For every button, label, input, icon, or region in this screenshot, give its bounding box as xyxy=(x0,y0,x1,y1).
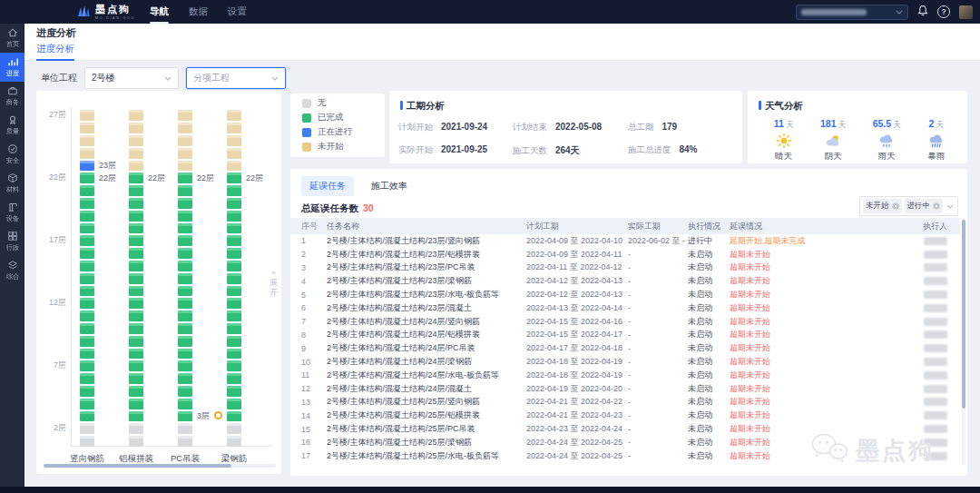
floor-block-not_started xyxy=(227,135,241,146)
tab-progress-analysis[interactable]: 进度分析 xyxy=(36,43,74,61)
sidebar-item-行政[interactable]: 行政 xyxy=(0,227,24,256)
table-row[interactable]: 152号楼/主体结构/混凝土结构/25层/PC吊装2022-04-23 至 20… xyxy=(290,422,960,436)
delay-status: 超期未开始 xyxy=(730,409,871,421)
y-axis-tick: 27层 xyxy=(36,109,66,120)
sidebar-item-商务[interactable]: 商务 xyxy=(0,82,24,111)
close-icon[interactable] xyxy=(933,202,940,210)
status: 未启动 xyxy=(688,249,730,261)
chevron-down-icon xyxy=(271,76,279,81)
floor-block-done xyxy=(80,248,94,259)
legend-item-无: 无 xyxy=(302,98,385,108)
legend-item-正在进行: 正在进行 xyxy=(302,127,385,137)
table-row[interactable]: 172号楼/主体结构/混凝土结构/25层/水电-板负筋等2022-04-24 至… xyxy=(290,449,960,463)
floor-block-done xyxy=(227,248,241,259)
tasks-tab-施工效率[interactable]: 施工效率 xyxy=(363,176,416,196)
avatar[interactable] xyxy=(959,5,973,19)
floor-block-done xyxy=(178,349,192,360)
app-logo[interactable]: 墨点狗 MO DIAN GOU xyxy=(77,4,135,20)
status: 未启动 xyxy=(688,437,730,449)
floor-label: 22层 xyxy=(197,173,214,183)
table-row[interactable]: 42号楼/主体结构/混凝土结构/23层/梁钢筋2022-04-12 至 2022… xyxy=(290,274,960,288)
chart-bar-竖向钢筋[interactable] xyxy=(80,110,94,447)
task-name: 2号楼/主体结构/混凝土结构/24层/竖向钢筋 xyxy=(327,316,526,328)
delay-status: 超期未开始 xyxy=(730,383,871,395)
executor-redacted xyxy=(924,385,947,393)
sidebar-item-材料[interactable]: 材料 xyxy=(0,169,24,198)
help-icon[interactable]: ? xyxy=(937,5,950,18)
chevron-down-icon xyxy=(946,204,954,209)
chart-bar-梁钢筋[interactable] xyxy=(227,110,241,447)
nav-item-导航[interactable]: 导航 xyxy=(148,0,171,24)
floor-block-done xyxy=(178,248,192,259)
sidebar-item-质量[interactable]: 质量 xyxy=(0,111,24,140)
table-vscrollbar-thumb[interactable] xyxy=(962,220,965,409)
sidebar-item-综合[interactable]: 综合 xyxy=(0,256,24,285)
executor-redacted xyxy=(924,291,947,299)
table-row[interactable]: 132号楼/主体结构/混凝土结构/25层/竖向钢筋2022-04-21 至 20… xyxy=(290,396,960,409)
actual-dates: - xyxy=(628,438,688,447)
floor-block-done xyxy=(80,411,94,422)
sidebar-item-进度[interactable]: 进度 xyxy=(0,53,24,82)
table-row[interactable]: 12号楼/主体结构/混凝土结构/23层/竖向钢筋2022-04-09 至 202… xyxy=(290,234,960,248)
delay-status: 超期未开始 xyxy=(730,302,871,314)
table-row[interactable]: 72号楼/主体结构/混凝土结构/24层/竖向钢筋2022-04-15 至 202… xyxy=(290,315,960,329)
floor-block-done xyxy=(227,173,241,183)
chart-hscrollbar[interactable] xyxy=(44,464,276,468)
nav-item-设置[interactable]: 设置 xyxy=(226,0,249,24)
status: 未启动 xyxy=(688,409,730,421)
planned-dates: 2022-04-13 至 2022-04-14 xyxy=(526,302,628,314)
table-row[interactable]: 22号楼/主体结构/混凝土结构/23层/铝模拼装2022-04-09 至 202… xyxy=(290,248,960,261)
materials-icon xyxy=(7,173,18,183)
table-row[interactable]: 102号楼/主体结构/混凝土结构/24层/梁钢筋2022-04-18 至 202… xyxy=(290,355,960,369)
column-header-执行人: 执行人 xyxy=(871,221,960,232)
expand-control[interactable]: » 展开 xyxy=(267,269,280,299)
actual-dates: - xyxy=(628,250,688,259)
planned-dates: 2022-04-15 至 2022-04-16 xyxy=(526,316,628,328)
delay-status: 延期开始,超期未完成 xyxy=(730,235,871,247)
floor-block-done xyxy=(80,223,94,234)
task-name: 2号楼/主体结构/混凝土结构/24层/混凝土 xyxy=(327,383,526,395)
nav-item-数据[interactable]: 数据 xyxy=(187,0,210,24)
floor-block-done xyxy=(129,298,143,309)
table-row[interactable]: 82号楼/主体结构/混凝土结构/24层/铝模拼装2022-04-15 至 202… xyxy=(290,329,960,342)
status: 未启动 xyxy=(688,342,730,354)
status-filter-select[interactable]: 未开始进行中 xyxy=(859,196,958,216)
filter-tag-进行中[interactable]: 进行中 xyxy=(905,199,944,213)
table-row[interactable]: 112号楼/主体结构/混凝土结构/24层/水电-板负筋等2022-04-18 至… xyxy=(290,369,960,382)
table-row[interactable]: 32号楼/主体结构/混凝土结构/23层/PC吊装2022-04-11 至 202… xyxy=(290,261,960,275)
subitem-project-select[interactable]: 分项工程 xyxy=(186,67,286,89)
legend-swatch xyxy=(302,113,311,123)
weather-panel-title: 天气分析 xyxy=(759,100,803,113)
actual-dates: - xyxy=(628,291,688,300)
tasks-tab-延误任务[interactable]: 延误任务 xyxy=(301,176,354,196)
close-icon[interactable] xyxy=(892,202,899,210)
sidebar-item-安全[interactable]: 安全 xyxy=(0,140,24,169)
actual-dates: - xyxy=(628,411,688,420)
composite-icon xyxy=(7,260,18,271)
chevron-down-icon xyxy=(896,10,903,15)
breadcrumb: 进度分析 xyxy=(36,26,76,40)
home-icon xyxy=(7,27,18,38)
floor-block-done xyxy=(80,336,94,347)
chart-bar-铝模拼装[interactable] xyxy=(129,110,143,447)
filter-tag-未开始[interactable]: 未开始 xyxy=(863,199,902,213)
bell-icon[interactable] xyxy=(917,4,928,20)
table-row[interactable]: 162号楼/主体结构/混凝土结构/25层/梁钢筋2022-04-24 至 202… xyxy=(290,436,960,449)
table-row[interactable]: 122号楼/主体结构/混凝土结构/24层/混凝土2022-04-19 至 202… xyxy=(290,382,960,396)
status: 进行中 xyxy=(688,235,730,247)
chart-bar-PC吊装[interactable] xyxy=(178,110,192,447)
sidebar-item-设备[interactable]: 设备 xyxy=(0,198,24,227)
table-row[interactable]: 142号楼/主体结构/混凝土结构/25层/铝模拼装2022-04-21 至 20… xyxy=(290,409,960,422)
project-select[interactable] xyxy=(796,5,908,20)
delay-status: 超期未开始 xyxy=(730,329,871,340)
chart-hscrollbar-thumb[interactable] xyxy=(44,464,231,468)
x-axis-line xyxy=(71,446,272,447)
page-header: 进度分析 xyxy=(24,24,980,39)
sidebar-item-首页[interactable]: 首页 xyxy=(0,24,24,53)
legend-swatch xyxy=(302,143,311,152)
table-row[interactable]: 92号楼/主体结构/混凝土结构/24层/PC吊装2022-04-17 至 202… xyxy=(290,341,960,355)
table-row[interactable]: 62号楼/主体结构/混凝土结构/23层/混凝土2022-04-13 至 2022… xyxy=(290,301,960,315)
table-row[interactable]: 52号楼/主体结构/混凝土结构/23层/水电-板负筋等2022-04-12 至 … xyxy=(290,288,960,301)
executor-redacted xyxy=(924,371,947,380)
unit-project-select[interactable]: 2号楼 xyxy=(84,67,179,89)
